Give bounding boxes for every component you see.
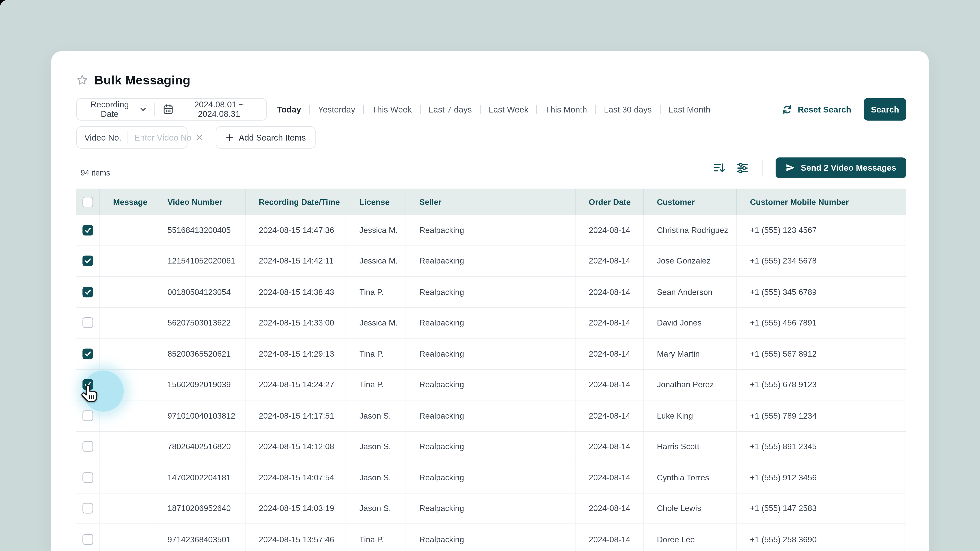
divider xyxy=(420,105,420,114)
cell-order-date: 2024-08-14 xyxy=(576,215,644,245)
cell-order-date: 2024-08-14 xyxy=(576,246,644,276)
cell-license: Tina P. xyxy=(346,277,406,307)
row-checkbox[interactable] xyxy=(83,380,93,390)
row-checkbox[interactable] xyxy=(83,225,93,235)
row-checkbox[interactable] xyxy=(83,472,93,483)
search-button[interactable]: Search xyxy=(864,98,906,121)
display-settings-button[interactable] xyxy=(736,162,749,174)
row-checkbox[interactable] xyxy=(83,441,93,452)
calendar-icon xyxy=(162,104,173,115)
refresh-icon xyxy=(782,104,793,115)
video-no-label: Video No. xyxy=(84,133,121,142)
cell-customer-mobile: +1 (555) 678 9123 xyxy=(737,370,904,400)
cell-recording-datetime: 2024-08-15 14:07:54 xyxy=(245,462,346,492)
cell-order-date: 2024-08-14 xyxy=(576,524,644,551)
row-checkbox[interactable] xyxy=(83,318,93,328)
column-header-license: License xyxy=(346,189,406,215)
divider xyxy=(154,103,155,116)
remove-filter-button[interactable] xyxy=(194,132,205,143)
table-row: 971423684035012024-08-15 13:57:46Tina P.… xyxy=(76,524,906,551)
cell-license: Jason S. xyxy=(346,400,406,431)
video-no-input[interactable] xyxy=(135,133,191,142)
cell-license: Jason S. xyxy=(346,431,406,462)
list-toolbar: 94 items xyxy=(76,157,906,178)
date-range-value: 2024.08.01 ~ 2024.08.31 xyxy=(179,100,259,119)
row-checkbox[interactable] xyxy=(83,348,93,359)
divider xyxy=(309,105,310,114)
filter-row-primary: Recording Date xyxy=(76,98,906,121)
cell-seller: Realpacking xyxy=(406,462,576,492)
divider xyxy=(363,105,364,114)
row-checkbox[interactable] xyxy=(83,286,93,297)
quick-range-this-month[interactable]: This Month xyxy=(546,105,587,114)
messages-table: MessageVideo NumberRecording Date/TimeLi… xyxy=(76,189,906,551)
quick-range-last-week[interactable]: Last Week xyxy=(489,105,528,114)
table-row: 187102069526402024-08-15 14:03:19Jason S… xyxy=(76,493,906,524)
divider xyxy=(536,105,537,114)
cell-order-date: 2024-08-14 xyxy=(576,493,644,524)
divider xyxy=(762,160,762,175)
cell-license: Jessica M. xyxy=(346,308,406,338)
cell-customer: Harris Scott xyxy=(644,431,737,462)
select-all-checkbox[interactable] xyxy=(83,197,93,207)
quick-range-last-30-days[interactable]: Last 30 days xyxy=(604,105,652,114)
row-checkbox[interactable] xyxy=(83,534,93,545)
table-row: 147020022041812024-08-15 14:07:54Jason S… xyxy=(76,462,906,493)
cell-video-number: 97142368403501 xyxy=(154,524,246,551)
paper-plane-icon xyxy=(786,163,795,172)
quick-range-yesterday[interactable]: Yesterday xyxy=(318,105,355,114)
favorite-star-icon[interactable] xyxy=(76,74,88,86)
cell-customer-mobile: +1 (555) 147 2583 xyxy=(737,493,904,524)
select-all-cell xyxy=(76,189,100,215)
row-select-cell xyxy=(76,431,100,462)
cell-license: Tina P. xyxy=(346,370,406,400)
cell-license: Jessica M. xyxy=(346,246,406,276)
add-search-items-button[interactable]: Add Search Items xyxy=(216,126,316,149)
column-header-seller: Seller xyxy=(406,189,576,215)
filter-field-select[interactable]: Recording Date xyxy=(85,100,147,119)
cell-message xyxy=(100,215,154,245)
cell-customer: Chole Lewis xyxy=(644,493,737,524)
row-select-cell xyxy=(76,493,100,524)
cell-recording-datetime: 2024-08-15 13:57:46 xyxy=(245,524,346,551)
plus-icon xyxy=(226,133,234,141)
sort-button[interactable] xyxy=(713,162,726,174)
reset-search-label: Reset Search xyxy=(798,105,851,114)
row-checkbox[interactable] xyxy=(83,410,93,421)
screen: Bulk Messaging Recording Date xyxy=(0,0,980,551)
cell-recording-datetime: 2024-08-15 14:24:27 xyxy=(245,370,346,400)
cell-customer: Doree Lee xyxy=(644,524,737,551)
cell-message xyxy=(100,462,154,492)
quick-range-this-week[interactable]: This Week xyxy=(372,105,412,114)
column-header-video-number: Video Number xyxy=(154,189,246,215)
table-header-row: MessageVideo NumberRecording Date/TimeLi… xyxy=(76,189,906,215)
filter-field-label: Recording Date xyxy=(85,100,134,119)
table-row: 852003655206212024-08-15 14:29:13Tina P.… xyxy=(76,338,906,369)
quick-range-last-7-days[interactable]: Last 7 days xyxy=(429,105,472,114)
sort-descending-icon xyxy=(713,162,726,174)
cell-order-date: 2024-08-14 xyxy=(576,338,644,369)
cell-customer-mobile: +1 (555) 567 8912 xyxy=(737,338,904,369)
close-icon xyxy=(195,133,204,142)
column-header-order-date: Order Date xyxy=(576,189,644,215)
cell-message xyxy=(100,431,154,462)
date-range-picker[interactable]: 2024.08.01 ~ 2024.08.31 xyxy=(162,100,259,119)
cell-order-date: 2024-08-14 xyxy=(576,277,644,307)
cell-customer: Christina Rodriguez xyxy=(644,215,737,245)
send-messages-button[interactable]: Send 2 Video Messages xyxy=(776,157,906,178)
cell-customer: Sean Anderson xyxy=(644,277,737,307)
quick-range-last-month[interactable]: Last Month xyxy=(669,105,711,114)
cell-seller: Realpacking xyxy=(406,277,576,307)
reset-search-button[interactable]: Reset Search xyxy=(782,104,851,115)
cell-recording-datetime: 2024-08-15 14:47:36 xyxy=(245,215,346,245)
cell-recording-datetime: 2024-08-15 14:38:43 xyxy=(245,277,346,307)
row-select-cell xyxy=(76,277,100,307)
quick-range-today[interactable]: Today xyxy=(277,105,301,114)
cell-message xyxy=(100,370,154,400)
cell-license: Jason S. xyxy=(346,493,406,524)
row-checkbox[interactable] xyxy=(83,256,93,266)
row-select-cell xyxy=(76,215,100,245)
column-header-recording-date-time: Recording Date/Time xyxy=(245,189,346,215)
cell-customer: Jonathan Perez xyxy=(644,370,737,400)
row-checkbox[interactable] xyxy=(83,503,93,514)
